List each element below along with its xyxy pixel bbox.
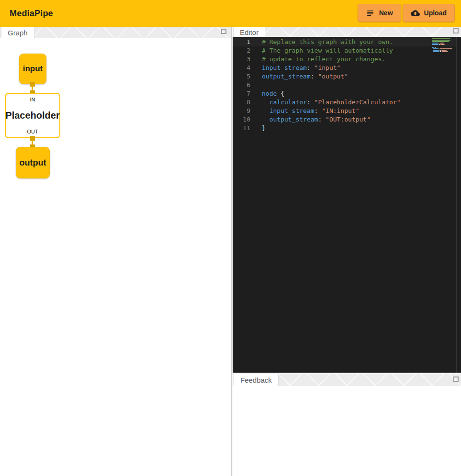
tab-editor[interactable]: Editor bbox=[233, 27, 265, 37]
placeholder-in-port: IN bbox=[30, 97, 35, 102]
graph-node-output[interactable]: output bbox=[16, 147, 50, 178]
subject-icon bbox=[366, 9, 375, 18]
code-line: 4input_stream: "input" bbox=[233, 64, 461, 72]
line-number: 10 bbox=[233, 115, 250, 124]
upload-button-label: Upload bbox=[424, 9, 447, 17]
code-text: calculator: "PlaceholderCalculator" bbox=[250, 98, 401, 107]
tab-editor-label: Editor bbox=[240, 28, 259, 36]
code-text bbox=[250, 81, 262, 89]
code-line: 9 input_stream: "IN:input" bbox=[233, 107, 461, 115]
cloud-upload-icon bbox=[411, 9, 420, 18]
code-text: input_stream: "input" bbox=[250, 64, 340, 72]
feedback-panel: Feedback bbox=[233, 374, 461, 476]
code-line: 10 output_stream: "OUT:output" bbox=[233, 115, 461, 124]
line-number: 8 bbox=[233, 98, 250, 107]
minimap-line bbox=[431, 53, 453, 54]
code-line: 2# The graph view will automatically bbox=[233, 46, 461, 55]
graph-panel: Graph input IN Placeholder OUT output bbox=[0, 27, 232, 476]
graph-popout-button[interactable] bbox=[221, 29, 226, 34]
line-number: 9 bbox=[233, 107, 250, 115]
tab-feedback[interactable]: Feedback bbox=[234, 374, 279, 386]
code-text: # update to reflect your changes. bbox=[250, 55, 385, 64]
code-line: 6 bbox=[233, 81, 461, 89]
code-text: # The graph view will automatically bbox=[250, 46, 393, 55]
line-number: 4 bbox=[233, 64, 250, 72]
line-number: 3 bbox=[233, 55, 250, 64]
editor-tabstrip: Editor bbox=[233, 27, 461, 37]
code-line: 3# update to reflect your changes. bbox=[233, 55, 461, 64]
code-line: 5output_stream: "output" bbox=[233, 72, 461, 81]
line-number: 11 bbox=[233, 124, 250, 133]
tab-graph[interactable]: Graph bbox=[1, 27, 34, 38]
minimap-line bbox=[431, 47, 453, 48]
line-number: 6 bbox=[233, 81, 250, 89]
placeholder-out-port: OUT bbox=[27, 129, 38, 134]
tab-feedback-label: Feedback bbox=[240, 376, 272, 384]
minimap-line bbox=[431, 43, 453, 44]
graph-node-input[interactable]: input bbox=[19, 54, 46, 84]
minimap-line bbox=[431, 45, 453, 46]
editor-panel: Editor 1# Replace this graph with your o… bbox=[233, 27, 461, 373]
code-text: } bbox=[250, 124, 266, 133]
code-text: input_stream: "IN:input" bbox=[250, 107, 360, 115]
graph-node-placeholder-label: Placeholder bbox=[5, 110, 59, 121]
graph-node-placeholder[interactable]: IN Placeholder OUT bbox=[5, 93, 60, 138]
minimap-line bbox=[431, 38, 453, 39]
feedback-body bbox=[233, 386, 461, 476]
right-column: Editor 1# Replace this graph with your o… bbox=[233, 27, 461, 476]
minimap-line bbox=[431, 48, 453, 49]
code-line: 11} bbox=[233, 124, 461, 133]
line-number: 7 bbox=[233, 89, 250, 98]
minimap-line bbox=[431, 51, 453, 52]
app-header: MediaPipe New Upload bbox=[0, 0, 461, 27]
feedback-tabstrip: Feedback bbox=[233, 374, 461, 386]
minimap-line bbox=[431, 44, 453, 45]
code-text: output_stream: "OUT:output" bbox=[250, 115, 371, 124]
overview-ruler[interactable] bbox=[456, 37, 461, 373]
code-editor[interactable]: 1# Replace this graph with your own.2# T… bbox=[233, 37, 461, 373]
edge-endpoint bbox=[30, 82, 35, 87]
code-text: output_stream: "output" bbox=[250, 72, 348, 81]
editor-popout-button[interactable] bbox=[453, 28, 459, 33]
line-number: 2 bbox=[233, 46, 250, 55]
minimap[interactable] bbox=[431, 38, 453, 54]
minimap-line bbox=[431, 50, 453, 51]
graph-tabstrip: Graph bbox=[0, 27, 231, 38]
feedback-popout-button[interactable] bbox=[453, 376, 459, 382]
edge-endpoint bbox=[30, 136, 35, 141]
tab-graph-label: Graph bbox=[8, 29, 28, 37]
code-line: 7node { bbox=[233, 89, 461, 98]
app-title: MediaPipe bbox=[10, 9, 53, 19]
new-button[interactable]: New bbox=[358, 4, 401, 22]
code-lines: 1# Replace this graph with your own.2# T… bbox=[233, 37, 461, 133]
line-number: 1 bbox=[233, 38, 250, 46]
minimap-line bbox=[431, 41, 453, 42]
graph-node-output-label: output bbox=[20, 158, 46, 168]
upload-button[interactable]: Upload bbox=[403, 4, 455, 22]
graph-canvas[interactable]: input IN Placeholder OUT output bbox=[0, 38, 231, 476]
new-button-label: New bbox=[379, 9, 393, 17]
code-text: node { bbox=[250, 89, 284, 98]
code-text: # Replace this graph with your own. bbox=[250, 38, 393, 46]
code-line: 8 calculator: "PlaceholderCalculator" bbox=[233, 98, 461, 107]
minimap-line bbox=[431, 40, 453, 41]
code-line: 1# Replace this graph with your own. bbox=[233, 38, 461, 46]
header-actions: New Upload bbox=[358, 4, 455, 22]
line-number: 5 bbox=[233, 72, 250, 81]
graph-node-input-label: input bbox=[23, 64, 43, 74]
